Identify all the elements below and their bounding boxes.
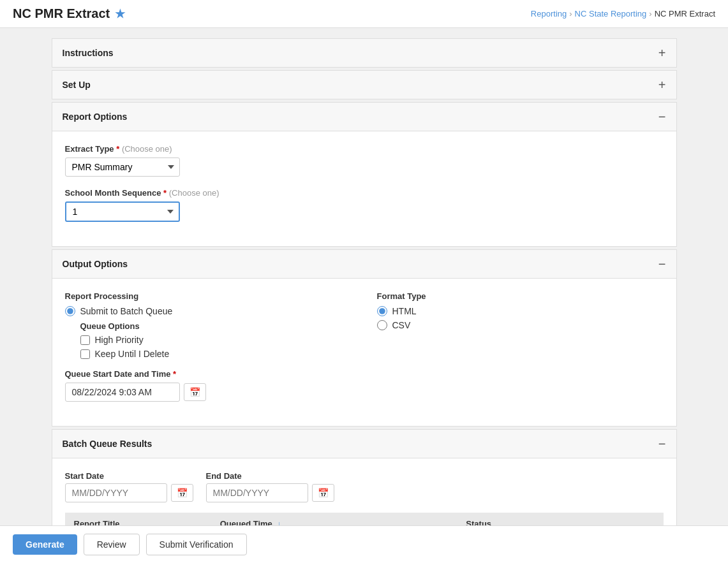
- report-options-collapse-icon: −: [658, 110, 666, 123]
- school-month-select[interactable]: 1 2 3 4 5 6 7 8 9: [65, 201, 180, 222]
- format-type-label: Format Type: [377, 291, 664, 301]
- csv-radio-item[interactable]: CSV: [377, 320, 664, 330]
- page-title-text: NC PMR Extract: [13, 6, 110, 21]
- report-options-title: Report Options: [63, 112, 128, 122]
- extract-type-group: Extract Type * (Choose one) PMR Summary …: [65, 144, 664, 177]
- end-date-filter-calendar-btn[interactable]: 📅: [312, 484, 334, 502]
- report-processing-radio-group: Submit to Batch Queue: [65, 306, 352, 316]
- extract-type-label: Extract Type * (Choose one): [65, 144, 664, 154]
- batch-queue-radio-label: Submit to Batch Queue: [80, 306, 173, 316]
- breadcrumb: Reporting › NC State Reporting › NC PMR …: [531, 9, 715, 18]
- report-options-section: Report Options − Extract Type * (Choose …: [52, 102, 677, 247]
- output-options-header[interactable]: Output Options −: [52, 250, 676, 279]
- high-priority-checkbox[interactable]: [80, 335, 90, 345]
- report-options-body: Extract Type * (Choose one) PMR Summary …: [52, 131, 676, 246]
- end-date-filter-label: End Date: [206, 471, 334, 481]
- school-month-group: School Month Sequence * (Choose one) 1 2…: [65, 188, 664, 222]
- setup-expand-icon: +: [658, 78, 666, 91]
- output-options-collapse-icon: −: [658, 258, 666, 270]
- end-date-filter-wrap: 📅: [206, 483, 334, 502]
- html-radio-label: HTML: [392, 306, 417, 316]
- batch-queue-collapse-icon: −: [658, 437, 666, 450]
- keep-until-delete-item[interactable]: Keep Until I Delete: [80, 349, 352, 359]
- output-options-section: Output Options − Report Processing Submi…: [52, 249, 677, 427]
- start-date-filter-calendar-btn[interactable]: 📅: [171, 484, 193, 502]
- date-filter-row: Start Date 📅 End Date 📅: [65, 471, 664, 502]
- start-date-filter-input[interactable]: [65, 483, 167, 502]
- breadcrumb-sep-2: ›: [649, 9, 651, 18]
- breadcrumb-reporting[interactable]: Reporting: [531, 9, 567, 18]
- instructions-expand-icon: +: [658, 47, 666, 59]
- batch-queue-radio[interactable]: [65, 306, 75, 316]
- school-month-required: *: [163, 188, 169, 198]
- keep-until-delete-checkbox[interactable]: [80, 349, 90, 359]
- format-type-radio-group: HTML CSV: [377, 306, 664, 330]
- breadcrumb-nc-state[interactable]: NC State Reporting: [575, 9, 647, 18]
- output-options-body: Report Processing Submit to Batch Queue …: [52, 279, 676, 426]
- main-content: Instructions + Set Up + Report Options −…: [39, 28, 690, 563]
- format-type-col: Format Type HTML CSV: [377, 291, 664, 413]
- output-options-title: Output Options: [63, 259, 128, 269]
- batch-queue-radio-item[interactable]: Submit to Batch Queue: [65, 306, 352, 316]
- queue-options-group: Queue Options High Priority Keep Until I…: [80, 321, 352, 359]
- start-date-filter-group: Start Date 📅: [65, 471, 193, 502]
- batch-queue-header[interactable]: Batch Queue Results −: [52, 430, 676, 458]
- instructions-title: Instructions: [63, 48, 114, 58]
- setup-title: Set Up: [63, 80, 91, 90]
- favorite-star-icon[interactable]: ★: [115, 7, 125, 21]
- queue-start-date-required: *: [173, 369, 176, 379]
- breadcrumb-sep-1: ›: [569, 9, 572, 18]
- queue-start-date-group: Queue Start Date and Time * 📅: [65, 369, 352, 402]
- calendar-icon: 📅: [189, 387, 200, 397]
- queue-start-date-wrap: 📅: [65, 383, 352, 402]
- keep-until-delete-label: Keep Until I Delete: [95, 349, 170, 359]
- end-date-filter-input[interactable]: [206, 483, 308, 502]
- end-date-calendar-icon: 📅: [318, 488, 329, 498]
- app-header: NC PMR Extract ★ Reporting › NC State Re…: [0, 0, 728, 28]
- start-date-calendar-icon: 📅: [177, 488, 188, 498]
- extract-type-choose: (Choose one): [122, 144, 172, 154]
- school-month-choose: (Choose one): [169, 188, 219, 198]
- instructions-header[interactable]: Instructions +: [52, 39, 676, 67]
- queue-start-date-calendar-btn[interactable]: 📅: [184, 383, 206, 401]
- setup-section: Set Up +: [52, 70, 677, 99]
- csv-radio-label: CSV: [392, 320, 411, 330]
- breadcrumb-current: NC PMR Extract: [655, 9, 715, 18]
- batch-queue-title: Batch Queue Results: [63, 439, 152, 449]
- instructions-section: Instructions +: [52, 38, 677, 68]
- school-month-label: School Month Sequence * (Choose one): [65, 188, 664, 198]
- html-radio-item[interactable]: HTML: [377, 306, 664, 316]
- extract-type-required: *: [116, 144, 122, 154]
- csv-radio[interactable]: [377, 320, 387, 330]
- report-processing-label: Report Processing: [65, 291, 352, 301]
- html-radio[interactable]: [377, 306, 387, 316]
- footer-bar: Generate Review Submit Verification: [0, 525, 728, 563]
- review-button[interactable]: Review: [84, 534, 140, 555]
- setup-header[interactable]: Set Up +: [52, 71, 676, 99]
- report-options-header[interactable]: Report Options −: [52, 103, 676, 131]
- submit-verification-button[interactable]: Submit Verification: [146, 534, 247, 555]
- output-options-cols: Report Processing Submit to Batch Queue …: [65, 291, 664, 413]
- start-date-filter-wrap: 📅: [65, 483, 193, 502]
- start-date-filter-label: Start Date: [65, 471, 193, 481]
- extract-type-select[interactable]: PMR Summary PMR Detail: [65, 157, 180, 177]
- generate-button[interactable]: Generate: [13, 534, 77, 555]
- end-date-filter-group: End Date 📅: [206, 471, 334, 502]
- queue-start-date-label: Queue Start Date and Time *: [65, 369, 352, 379]
- page-title: NC PMR Extract ★: [13, 6, 125, 21]
- high-priority-label: High Priority: [95, 335, 144, 345]
- high-priority-item[interactable]: High Priority: [80, 335, 352, 345]
- queue-start-date-input[interactable]: [65, 383, 180, 402]
- queue-options-label: Queue Options: [80, 321, 352, 331]
- report-processing-col: Report Processing Submit to Batch Queue …: [65, 291, 352, 413]
